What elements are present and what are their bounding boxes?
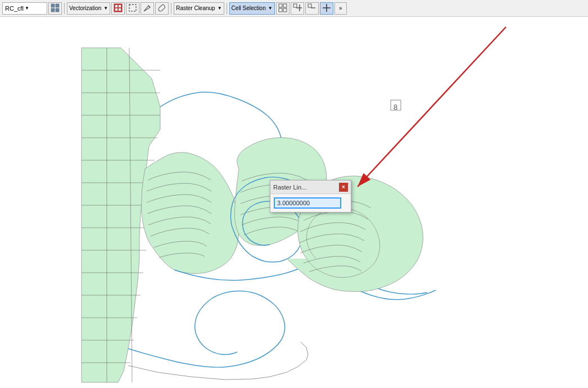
icon-btn-3[interactable] [141,2,154,15]
icon-btn-2[interactable] [126,2,139,15]
raster-cleanup-dropdown[interactable]: Raster Cleanup ▼ [174,2,224,15]
svg-rect-9 [129,4,136,11]
svg-rect-13 [279,8,282,12]
svg-rect-18 [308,4,311,7]
add-icon-btn[interactable] [320,2,333,15]
select-all-icon-btn[interactable] [276,2,290,15]
file-dropdown-label: RC_cfl [5,5,24,12]
vectorization-label: Vectorization [69,5,101,11]
grid-icon-btn[interactable] [48,2,62,15]
raster-popup-header: Raster Lin... × [270,181,351,194]
svg-rect-8 [119,8,121,11]
wrench-icon [157,3,166,13]
toolbar: RC_cfl ▼ Vectorization ▼ Raster C [0,0,588,17]
icon-btn-1[interactable] [111,2,125,15]
raster-popup-title: Raster Lin... [273,184,306,191]
svg-rect-3 [56,8,59,12]
raster-cleanup-label: Raster Cleanup [176,5,215,11]
add-cell-icon-btn[interactable] [291,2,304,15]
select-rect-icon [128,3,137,13]
raster-popup-body [270,194,351,212]
raster-icon [114,3,123,13]
svg-rect-2 [51,8,55,12]
icon-btn-4[interactable] [155,2,169,15]
file-dropdown-arrow: ▼ [25,6,29,11]
svg-rect-12 [283,4,287,7]
svg-rect-0 [51,4,55,7]
sep1 [64,3,65,14]
svg-rect-15 [293,4,297,7]
pen-icon [143,3,152,13]
svg-line-10 [148,6,150,7]
vectorization-arrow: ▼ [103,6,108,11]
grid-icon [51,3,60,13]
svg-rect-11 [279,4,282,7]
raster-popup-close-button[interactable]: × [339,183,348,192]
cell-selection-label: Cell Selection [232,5,266,11]
raster-popup: Raster Lin... × [270,180,351,213]
svg-rect-6 [119,5,121,7]
svg-rect-5 [115,5,117,7]
file-dropdown[interactable]: RC_cfl ▼ [2,2,47,15]
sep2 [171,3,171,14]
raster-value-input[interactable] [274,197,341,209]
vectorization-dropdown[interactable]: Vectorization ▼ [67,2,110,15]
raster-cleanup-arrow: ▼ [218,6,222,11]
sep3 [227,3,227,14]
remove-cell-icon-btn[interactable] [305,2,319,15]
svg-rect-14 [283,8,287,12]
overflow-btn[interactable]: » [334,2,347,15]
overflow-icon: » [339,5,342,11]
select-all-icon [278,3,287,13]
plus-cross-icon [322,3,331,13]
svg-rect-7 [115,8,117,11]
svg-rect-1 [56,4,59,7]
add-cell-icon [293,3,302,13]
cell-selection-arrow: ▼ [268,6,273,11]
cell-selection-dropdown[interactable]: Cell Selection ▼ [229,2,275,15]
canvas-area: 8 Raster Lin... × [0,17,588,388]
remove-cell-icon [307,3,316,13]
